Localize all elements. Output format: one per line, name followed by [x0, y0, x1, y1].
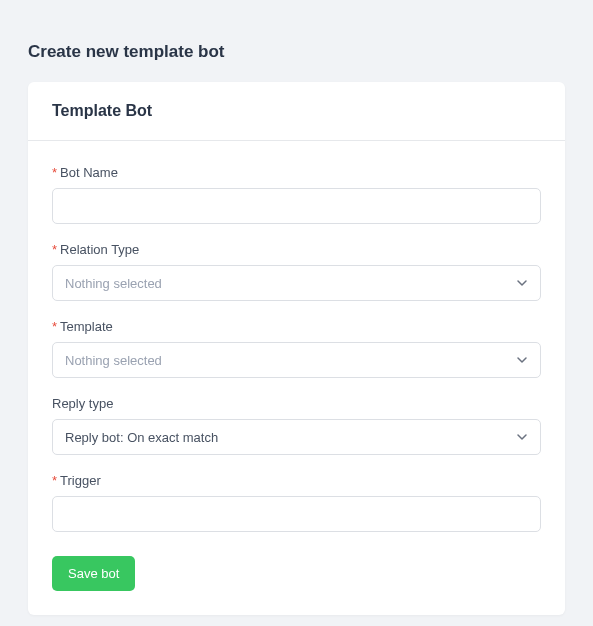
bot-name-input[interactable] [52, 188, 541, 224]
template-label: *Template [52, 319, 541, 334]
template-select[interactable]: Nothing selected [52, 342, 541, 378]
trigger-input[interactable] [52, 496, 541, 532]
bot-name-group: *Bot Name [52, 165, 541, 224]
bot-name-label: *Bot Name [52, 165, 541, 180]
card-header-title: Template Bot [52, 102, 541, 120]
reply-type-group: Reply type Reply bot: On exact match [52, 396, 541, 455]
template-group: *Template Nothing selected [52, 319, 541, 378]
template-selected: Nothing selected [65, 353, 162, 368]
card-header: Template Bot [28, 82, 565, 141]
required-indicator: * [52, 473, 57, 488]
required-indicator: * [52, 242, 57, 257]
relation-type-select[interactable]: Nothing selected [52, 265, 541, 301]
chevron-down-icon [516, 431, 528, 443]
required-indicator: * [52, 319, 57, 334]
relation-type-label: *Relation Type [52, 242, 541, 257]
reply-type-selected: Reply bot: On exact match [65, 430, 218, 445]
relation-type-selected: Nothing selected [65, 276, 162, 291]
reply-type-select[interactable]: Reply bot: On exact match [52, 419, 541, 455]
chevron-down-icon [516, 277, 528, 289]
reply-type-label: Reply type [52, 396, 541, 411]
trigger-group: *Trigger [52, 473, 541, 532]
card-body: *Bot Name *Relation Type Nothing selecte… [28, 141, 565, 615]
chevron-down-icon [516, 354, 528, 366]
trigger-label: *Trigger [52, 473, 541, 488]
page-title: Create new template bot [28, 42, 565, 62]
template-bot-card: Template Bot *Bot Name *Relation Type No… [28, 82, 565, 615]
relation-type-group: *Relation Type Nothing selected [52, 242, 541, 301]
required-indicator: * [52, 165, 57, 180]
save-bot-button[interactable]: Save bot [52, 556, 135, 591]
